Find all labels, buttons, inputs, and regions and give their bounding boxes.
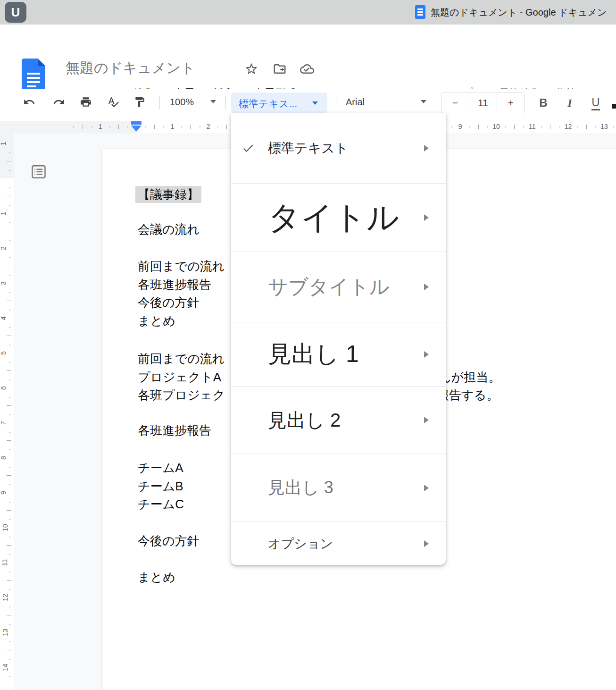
v-ruler-tick [9,275,10,276]
styles-menu-item-label: 見出し 3 [268,476,333,499]
v-ruler-tick [9,502,10,503]
v-ruler-tick [7,405,11,406]
h-ruler-tick [514,125,515,129]
h-ruler-tick [541,126,542,127]
v-ruler-tick [9,327,10,328]
styles-menu-item-見出し 3[interactable]: 見出し 3 [231,454,446,522]
h-ruler-tick [73,126,74,127]
v-ruler-tick [9,659,10,660]
styles-dropdown-value: 標準テキス... [239,97,297,110]
v-ruler-tick [9,292,10,293]
h-ruler-tick [181,126,182,127]
v-ruler-tick [9,187,10,188]
text-color-button-partial[interactable] [612,104,616,109]
submenu-arrow-icon [424,417,429,423]
styles-menu-item-label: サブタイトル [268,274,390,300]
browser-app-icon[interactable]: U [5,2,26,23]
v-ruler-tick [7,615,11,615]
zoom-select[interactable]: 100% [170,97,194,108]
document-title[interactable]: 無題のドキュメント [66,59,195,78]
h-ruler-tick [127,126,128,127]
h-ruler-number: 12 [565,123,572,130]
v-ruler-tick [9,240,10,241]
redo-button[interactable] [49,92,69,112]
h-ruler-tick [92,126,92,127]
font-size-increase-button[interactable]: + [497,93,524,113]
toolbar-separator [336,96,336,109]
styles-menu-item-見出し 2[interactable]: 見出し 2 [231,386,446,454]
v-ruler-tick [9,432,10,433]
v-ruler-number: 1 [0,142,7,145]
h-ruler-tick [487,126,488,127]
v-ruler-tick [7,475,11,476]
font-size-control: − 11 + [441,93,525,113]
undo-button[interactable] [19,92,40,112]
v-ruler-tick [9,537,10,538]
h-ruler-tick [613,126,614,127]
check-icon [241,142,255,155]
underline-button[interactable]: U [587,94,604,111]
cloud-status-icon[interactable] [300,62,314,76]
styles-menu-item-標準テキスト[interactable]: 標準テキスト [231,113,446,183]
submenu-arrow-icon [424,284,429,290]
h-ruler-tick [586,125,587,129]
italic-button[interactable]: I [561,94,578,111]
styles-menu-item-label: 見出し 2 [268,407,341,433]
v-ruler-number: 9 [0,491,7,495]
zoom-caret-icon[interactable] [210,100,216,103]
h-ruler-tick [451,126,452,127]
h-ruler-tick [577,126,578,127]
toolbar-separator [159,96,160,109]
document-outline-button[interactable] [29,162,49,181]
v-ruler-number: 4 [0,316,7,320]
v-ruler-tick [7,510,11,511]
move-folder-icon[interactable] [273,62,287,76]
styles-menu-item-オプション[interactable]: オプション [231,522,446,565]
font-caret-icon[interactable] [421,100,426,103]
star-icon[interactable] [244,62,258,76]
docs-header: 無題のドキュメント ファイル編集表示挿入表示形式ツールアドオンヘルプ 最終編集:… [0,25,616,89]
styles-caret-icon [312,101,318,105]
print-button[interactable] [75,92,96,112]
v-ruler-tick [9,554,10,555]
v-ruler-tick [9,205,10,206]
h-ruler-tick [190,125,191,129]
v-ruler-tick [7,196,11,196]
styles-menu-item-サブタイトル[interactable]: サブタイトル [231,252,446,322]
v-ruler-number: 6 [0,386,7,390]
browser-tab-bar: U 無題のドキュメント - Google ドキュメン [0,0,616,25]
v-ruler-number: 3 [0,281,7,285]
bold-button[interactable]: B [535,94,552,111]
h-ruler-tick [145,126,146,127]
first-line-indent-marker[interactable] [131,121,142,125]
font-select[interactable]: Arial [346,97,365,108]
v-ruler-tick [9,257,10,258]
v-ruler-tick [7,580,11,581]
vertical-ruler[interactable]: 11234567891011121314 [0,133,15,690]
styles-menu-item-見出し 1[interactable]: 見出し 1 [231,322,446,386]
toolbar-separator [225,96,226,109]
font-size-decrease-button[interactable]: − [441,93,469,113]
styles-dropdown-button[interactable]: 標準テキス... [231,93,327,113]
h-ruler-number: 10 [492,123,500,130]
left-indent-marker[interactable] [131,126,142,132]
v-ruler-tick [9,572,10,572]
submenu-arrow-icon [424,351,429,358]
h-ruler-tick [118,125,119,129]
font-size-input[interactable]: 11 [469,93,497,113]
styles-menu: 標準テキストタイトルサブタイトル見出し 1見出し 2見出し 3オプション [231,113,446,565]
styles-menu-item-タイトル[interactable]: タイトル [231,183,446,252]
v-ruler-number: 1 [0,211,7,215]
v-ruler-tick [9,414,10,415]
tab-divider [37,0,37,24]
tab-title[interactable]: 無題のドキュメント - Google ドキュメン [431,6,607,19]
v-ruler-tick [7,161,11,161]
h-ruler-number: 11 [529,123,536,130]
v-ruler-tick [7,650,11,650]
v-ruler-tick [9,589,10,590]
v-ruler-tick [7,301,11,301]
paint-format-button[interactable] [129,92,150,112]
submenu-arrow-icon [424,485,429,491]
docs-tab-favicon [415,5,425,19]
spellcheck-button[interactable] [103,92,124,112]
